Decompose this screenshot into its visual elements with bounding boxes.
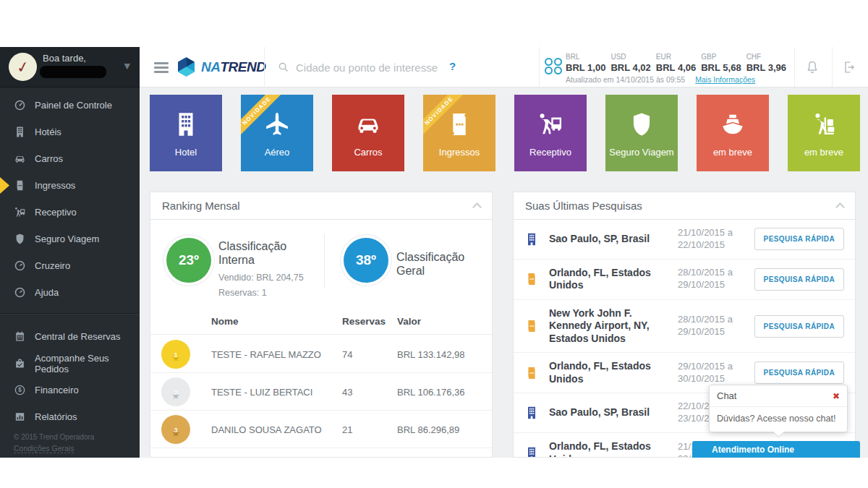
sidebar-item[interactable]: Painel de Controle [0,92,140,119]
product-tile[interactable]: em breve [697,95,769,171]
tile-label: Seguro Viagem [605,147,678,158]
table-row: 3 DANILO SOUSA ZAGATO 21 BRL 86.296,89 [150,411,492,448]
sidebar-item-label: Central de Reservas [35,331,121,342]
sidebar: ✓ Boa tarde, ▼ Painel de Controle Hotéis [0,47,140,458]
sidebar-item[interactable]: Acompanhe Seus Pedidos [0,350,140,377]
agent-value: BRL 106.176,36 [397,387,464,398]
help-icon[interactable]: ? [449,60,456,72]
product-tile[interactable]: Hotel [150,95,222,171]
agent-value: BRL 86.296,89 [397,424,459,435]
app-window: ✓ Boa tarde, ▼ Painel de Controle Hotéis [0,47,868,458]
search-dates: 28/10/2015 a 29/10/2015 [678,267,753,291]
sidebar-item-icon [14,99,26,111]
currency-value: BRL 4,06 [656,62,696,73]
product-tile[interactable]: em breve [788,95,860,171]
agent-reservations: 43 [342,387,352,398]
ranking-table-header: Nome Reservas Valor [150,316,492,335]
sidebar-item[interactable]: Cruzeiro [0,252,140,279]
logout-icon[interactable] [841,59,857,75]
chat-status-label: Atendimento Online [712,445,794,455]
tile-label: Ingressos [423,147,495,158]
sidebar-footer: © 2015 Trend Operadora Condições Gerais [14,433,140,454]
product-tile[interactable]: Carros [332,95,404,171]
bell-icon[interactable] [804,59,820,75]
user-profile[interactable]: ✓ Boa tarde, ▼ [0,47,140,87]
currency-value: BRL 5,68 [701,62,741,73]
tile-icon [354,111,382,138]
ranking-panel: Ranking Mensal 23º ClassificaçãoInterna … [150,192,493,458]
sidebar-item-icon [14,286,26,299]
currency-rates: BRL BRL 1,00 USD BRL 4,02 EUR BRL 4,06 [566,53,786,73]
terms-link[interactable]: Condições Gerais [14,444,74,453]
currency-value: BRL 4,02 [610,62,650,73]
more-info-link[interactable]: Mais Informações [695,75,755,84]
tile-icon [263,111,291,138]
search-input[interactable] [296,58,444,77]
brand-text: NA [201,59,220,75]
chat-popup: Chat ✖ Dúvidas? Acesse nosso chat! [709,385,848,432]
agent-reservations: 21 [342,424,352,435]
search-type-icon [524,271,539,287]
sidebar-item-label: Ajuda [35,287,59,298]
sidebar-item-label: Receptivo [35,207,77,218]
sidebar-item[interactable]: Ingressos [0,172,140,199]
currency-value: BRL 1,00 [566,62,605,73]
currency-rate: BRL BRL 1,00 [566,53,605,73]
collapse-chevron-icon[interactable] [472,202,482,212]
sidebar-item[interactable]: Financeiro [0,377,140,403]
sidebar-item-label: Carros [35,153,63,164]
panel-title: Ranking Mensal [162,200,240,212]
table-row: 1 TESTE - RAFAEL MAZZO 74 BRL 133.142,98 [150,335,492,373]
tile-label: Carros [332,147,404,158]
tile-label: Receptivo [514,147,587,158]
searches-panel-header: Suas Últimas Pesquisas [514,192,855,220]
tile-icon [537,111,564,138]
sidebar-item[interactable]: Carros [0,145,140,172]
quick-search-button[interactable]: PESQUISA RÁPIDA [754,268,844,291]
agent-name: TESTE - LUIZ BERTACI [211,387,312,398]
sidebar-divider [0,313,140,314]
sidebar-secondary-menu: Central de Reservas Acompanhe Seus Pedid… [0,323,140,430]
chevron-down-icon[interactable]: ▼ [124,61,130,71]
user-greeting: Boa tarde, [43,53,86,64]
quick-search-button[interactable]: PESQUISA RÁPIDA [754,361,844,384]
sidebar-item[interactable]: Relatórios [0,403,140,430]
search-type-icon [524,365,539,381]
sidebar-item[interactable]: Central de Reservas [0,323,140,350]
agent-reservations: 74 [342,349,352,360]
brand-hexagon-icon [176,56,197,77]
medal-icon: 2 [161,377,190,406]
search-row: Orlando, FL, Estados Unidos 28/10/2015 a… [514,260,855,300]
medal-rank: 1 [174,351,177,359]
quick-search-button[interactable]: PESQUISA RÁPIDA [754,315,844,338]
search-row: New York John F. Kennedy Airport, NY, Es… [514,300,855,354]
tile-icon [446,111,473,138]
medal-icon: 1 [161,340,190,369]
product-tiles: Hotel NOVIDADE Aéreo Carros NOVIDADE [150,95,860,171]
brand-logo[interactable]: NATREND [176,56,265,77]
product-tile[interactable]: NOVIDADE Aéreo [241,95,313,171]
quick-search-button[interactable]: PESQUISA RÁPIDA [754,228,844,250]
product-tile[interactable]: NOVIDADE Ingressos [423,95,495,171]
sidebar-item-icon [14,126,26,138]
product-tile[interactable]: Seguro Viagem [605,95,678,171]
close-icon[interactable]: ✖ [833,391,840,401]
product-tile[interactable]: Receptivo [514,95,587,171]
currency-value: BRL 3,96 [746,62,786,73]
sidebar-item-label: Seguro Viagem [35,234,99,244]
sidebar-item[interactable]: Seguro Viagem [0,226,140,252]
currency-code: USD [610,53,650,61]
collapse-chevron-icon[interactable] [835,202,845,212]
sidebar-item[interactable]: Receptivo [0,199,140,226]
sidebar-item-icon [14,179,26,192]
sidebar-item[interactable]: Ajuda [0,279,140,306]
hamburger-icon[interactable] [154,62,169,75]
column-header: Valor [397,316,421,327]
search-row: Sao Paulo, SP, Brasil 21/10/2015 a 22/10… [514,220,855,260]
chat-status-bar[interactable]: Atendimento Online [692,441,860,458]
topbar-divider [832,47,833,87]
search-dates: 21/10/2015 a 22/10/2015 [678,227,753,252]
panel-title: Suas Últimas Pesquisas [525,200,642,212]
sidebar-item[interactable]: Hotéis [0,119,140,145]
sidebar-item-label: Painel de Controle [35,100,112,111]
